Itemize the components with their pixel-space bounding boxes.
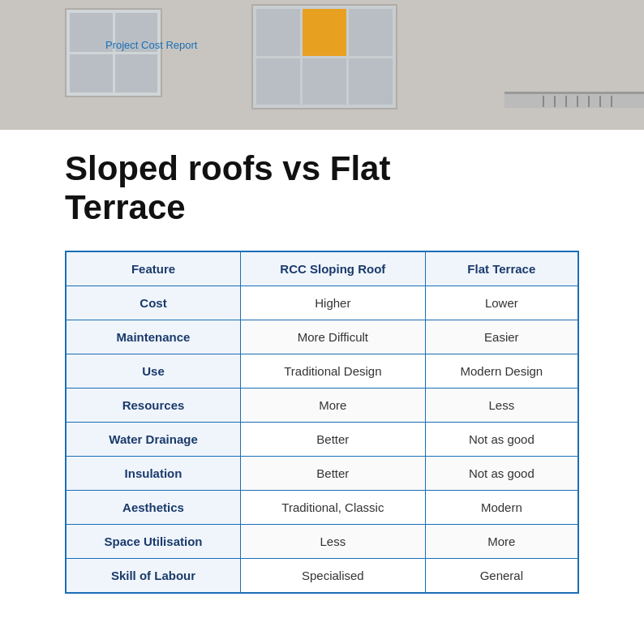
comparison-table: Feature RCC Sloping Roof Flat Terrace Co… xyxy=(65,251,579,594)
table-row: Space UtilisationLessMore xyxy=(66,524,578,558)
col-header-rcc: RCC Sloping Roof xyxy=(241,251,426,286)
table-cell-flat: More xyxy=(425,524,578,558)
main-content: Sloped roofs vs Flat Terrace Feature RCC… xyxy=(0,130,644,626)
table-row-feature: Water Drainage xyxy=(66,422,241,456)
table-cell-rcc: Traditional, Classic xyxy=(241,490,426,524)
table-cell-rcc: Better xyxy=(241,422,426,456)
table-cell-flat: General xyxy=(425,558,578,593)
table-cell-flat: Less xyxy=(425,388,578,422)
breadcrumb-link[interactable]: Project Cost Report xyxy=(105,39,197,51)
window-pane-accent xyxy=(303,9,346,56)
table-row: Water DrainageBetterNot as good xyxy=(66,422,578,456)
window-pane xyxy=(256,9,300,56)
table-cell-rcc: Less xyxy=(241,524,426,558)
table-row: Skill of LabourSpecialisedGeneral xyxy=(66,558,578,593)
table-row-feature: Cost xyxy=(66,286,241,320)
table-row: CostHigherLower xyxy=(66,286,578,320)
table-row: InsulationBetterNot as good xyxy=(66,456,578,490)
window-pane xyxy=(349,58,393,105)
table-row-feature: Space Utilisation xyxy=(66,524,241,558)
left-window xyxy=(65,8,162,97)
table-row-feature: Skill of Labour xyxy=(66,558,241,593)
table-cell-rcc: More Difficult xyxy=(241,320,426,354)
window-pane xyxy=(256,58,300,105)
table-cell-flat: Modern Design xyxy=(425,354,578,388)
table-cell-flat: Not as good xyxy=(425,422,578,456)
hero-banner: Project Cost Report xyxy=(0,0,644,130)
table-row-feature: Aesthetics xyxy=(66,490,241,524)
table-cell-rcc: Traditional Design xyxy=(241,354,426,388)
table-row-feature: Resources xyxy=(66,388,241,422)
table-cell-flat: Easier xyxy=(425,320,578,354)
table-row: AestheticsTraditional, ClassicModern xyxy=(66,490,578,524)
window-pane xyxy=(303,58,346,105)
col-header-feature: Feature xyxy=(66,251,241,286)
table-row-feature: Use xyxy=(66,354,241,388)
balcony xyxy=(504,92,644,108)
page-title: Sloped roofs vs Flat Terrace xyxy=(65,149,579,228)
table-cell-rcc: Specialised xyxy=(241,558,426,593)
right-window xyxy=(251,4,397,109)
table-row: UseTraditional DesignModern Design xyxy=(66,354,578,388)
window-pane xyxy=(349,9,393,56)
table-row-feature: Maintenance xyxy=(66,320,241,354)
col-header-flat: Flat Terrace xyxy=(425,251,578,286)
table-cell-flat: Not as good xyxy=(425,456,578,490)
window-pane xyxy=(115,54,158,93)
table-cell-rcc: Higher xyxy=(241,286,426,320)
table-row: ResourcesMoreLess xyxy=(66,388,578,422)
table-row-feature: Insulation xyxy=(66,456,241,490)
window-pane xyxy=(70,54,113,93)
table-cell-flat: Modern xyxy=(425,490,578,524)
table-cell-flat: Lower xyxy=(425,286,578,320)
table-row: MaintenanceMore DifficultEasier xyxy=(66,320,578,354)
table-cell-rcc: More xyxy=(241,388,426,422)
table-cell-rcc: Better xyxy=(241,456,426,490)
table-header-row: Feature RCC Sloping Roof Flat Terrace xyxy=(66,251,578,286)
